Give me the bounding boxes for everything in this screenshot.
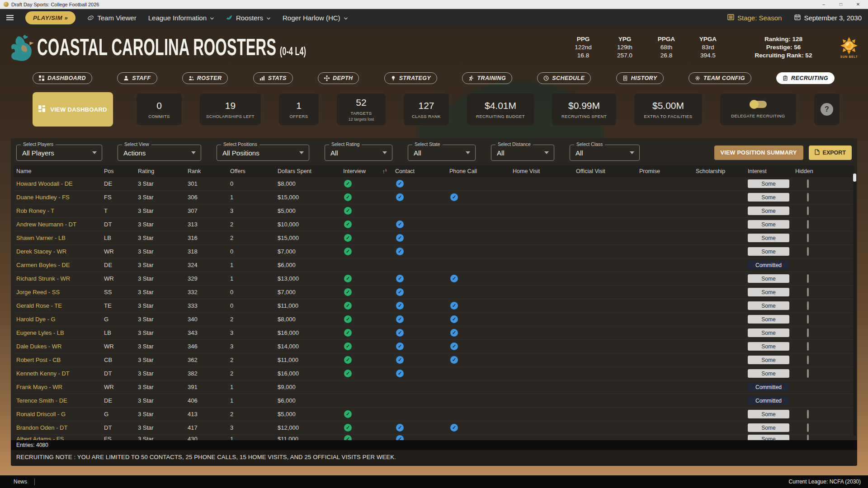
interview-check-icon[interactable]: ✓	[344, 410, 352, 418]
col-header-interview[interactable]: Interview↑1	[343, 168, 395, 175]
contact-check-icon[interactable]: ✓	[396, 343, 404, 350]
contact-check-icon[interactable]: ✓	[396, 234, 404, 242]
col-header-rank[interactable]: Rank	[188, 168, 230, 174]
tab-schedule[interactable]: SCHEDULE	[537, 72, 591, 84]
tab-training[interactable]: TRAINING	[462, 72, 512, 84]
menu-team-viewer[interactable]: Team Viewer	[87, 14, 136, 22]
scrollbar-thumb[interactable]	[853, 174, 856, 182]
contact-check-icon[interactable]: ✓	[396, 302, 404, 310]
recruit-name[interactable]: Ronald Driscoll - G	[16, 411, 104, 418]
phone-call-check-icon[interactable]: ✓	[450, 329, 458, 337]
menu-roosters[interactable]: Roosters	[226, 14, 271, 22]
interview-check-icon[interactable]: ✓	[344, 288, 352, 296]
col-header-hidden[interactable]: Hidden	[795, 168, 854, 174]
tab-staff[interactable]: STAFF	[117, 72, 157, 84]
hidden-checkbox[interactable]	[807, 288, 809, 296]
contact-check-icon[interactable]: ✓	[396, 356, 404, 364]
hidden-checkbox[interactable]	[807, 234, 809, 242]
contact-check-icon[interactable]: ✓	[396, 248, 404, 255]
recruit-name[interactable]: Gerald Rose - TE	[16, 302, 104, 309]
play-sim-button[interactable]: PLAY/SIM »	[25, 11, 75, 24]
interview-check-icon[interactable]: ✓	[344, 424, 352, 432]
hidden-checkbox[interactable]	[807, 315, 809, 324]
col-header-dollars-spent[interactable]: Dollars Spent	[278, 168, 343, 174]
phone-call-check-icon[interactable]: ✓	[450, 343, 458, 350]
interview-check-icon[interactable]: ✓	[344, 207, 352, 215]
maximize-button[interactable]: □	[838, 2, 844, 7]
hidden-checkbox[interactable]	[807, 301, 809, 310]
tab-stats[interactable]: STATS	[253, 72, 293, 84]
col-header-home-visit[interactable]: Home Visit	[513, 168, 576, 174]
view-dashboard-button[interactable]: VIEW DASHBOARD	[33, 92, 113, 127]
contact-check-icon[interactable]: ✓	[396, 370, 404, 377]
export-button[interactable]: EXPORT	[809, 145, 852, 160]
recruit-name[interactable]: Shawn Varner - LB	[16, 235, 104, 241]
recruit-name[interactable]: Richard Strunk - WR	[16, 275, 104, 282]
col-header-official-visit[interactable]: Official Visit	[576, 168, 639, 174]
hidden-checkbox[interactable]	[807, 356, 809, 364]
phone-call-check-icon[interactable]: ✓	[450, 302, 458, 310]
interview-check-icon[interactable]: ✓	[344, 234, 352, 242]
hidden-checkbox[interactable]	[807, 179, 809, 188]
recruit-name[interactable]: Eugene Lyles - LB	[16, 329, 104, 336]
minimize-button[interactable]: –	[821, 2, 826, 7]
phone-call-check-icon[interactable]: ✓	[450, 193, 458, 201]
tab-dashboard[interactable]: DASHBOARD	[33, 72, 92, 84]
contact-check-icon[interactable]: ✓	[396, 288, 404, 296]
filter-select-positions[interactable]: Select PositionsAll Positions	[217, 145, 309, 161]
hidden-checkbox[interactable]	[807, 435, 809, 440]
tab-history[interactable]: HISTORY	[616, 72, 664, 84]
interview-check-icon[interactable]: ✓	[344, 343, 352, 350]
contact-check-icon[interactable]: ✓	[396, 221, 404, 228]
filter-select-class[interactable]: Select ClassAll	[570, 145, 640, 161]
delegate-recruiting-toggle[interactable]	[750, 101, 767, 108]
contact-check-icon[interactable]: ✓	[396, 193, 404, 201]
interview-check-icon[interactable]: ✓	[344, 315, 352, 323]
close-button[interactable]: ✕	[855, 2, 861, 7]
interview-check-icon[interactable]: ✓	[344, 180, 352, 188]
hidden-checkbox[interactable]	[807, 410, 809, 418]
col-header-pos[interactable]: Pos	[104, 168, 138, 174]
phone-call-check-icon[interactable]: ✓	[450, 275, 458, 282]
interview-check-icon[interactable]: ✓	[344, 329, 352, 337]
menu-coach[interactable]: Roger Harlow (HC)	[283, 14, 348, 22]
recruit-name[interactable]: Albert Adams - FS	[16, 436, 104, 440]
filter-select-state[interactable]: Select StateAll	[408, 145, 476, 161]
tab-recruiting[interactable]: RECRUITING	[776, 72, 835, 84]
hidden-checkbox[interactable]	[807, 423, 809, 432]
recruit-name[interactable]: Harold Dye - G	[16, 316, 104, 323]
filter-select-view[interactable]: Select ViewActions	[118, 145, 201, 161]
recruit-name[interactable]: Carmen Boyles - DE	[16, 262, 104, 268]
tab-roster[interactable]: ROSTER	[182, 72, 228, 84]
menu-league-information[interactable]: League Information	[148, 14, 214, 22]
recruit-name[interactable]: Jorge Reed - SS	[16, 289, 104, 296]
contact-check-icon[interactable]: ✓	[396, 180, 404, 188]
filter-select-players[interactable]: Select PlayersAll Players	[16, 145, 102, 161]
col-header-interest[interactable]: Interest	[748, 168, 795, 174]
phone-call-check-icon[interactable]: ✓	[450, 424, 458, 432]
recruit-name[interactable]: Terence Smith - DE	[16, 397, 104, 404]
recruit-name[interactable]: Duane Hundley - FS	[16, 194, 104, 201]
col-header-contact[interactable]: Contact	[395, 168, 449, 174]
contact-check-icon[interactable]: ✓	[396, 315, 404, 323]
interview-check-icon[interactable]: ✓	[344, 275, 352, 282]
col-header-name[interactable]: Name	[16, 168, 104, 174]
interview-check-icon[interactable]: ✓	[344, 302, 352, 310]
recruit-name[interactable]: Brandon Oden - DT	[16, 424, 104, 431]
hidden-checkbox[interactable]	[807, 328, 809, 337]
filter-select-distance[interactable]: Select DistanceAll	[491, 145, 554, 161]
tab-depth[interactable]: DEPTH	[318, 72, 359, 84]
phone-call-check-icon[interactable]: ✓	[450, 356, 458, 364]
help-button[interactable]: ?	[821, 103, 833, 116]
col-header-scholarship[interactable]: Scholarship	[696, 168, 748, 174]
contact-check-icon[interactable]: ✓	[396, 424, 404, 432]
view-position-summary-button[interactable]: VIEW POSITION SUMMARY	[714, 145, 803, 160]
interview-check-icon[interactable]: ✓	[344, 221, 352, 228]
col-header-rating[interactable]: Rating	[138, 168, 188, 174]
tab-strategy[interactable]: STRATEGY	[384, 72, 437, 84]
filter-select-rating[interactable]: Select RatingAll	[325, 145, 392, 161]
hidden-checkbox[interactable]	[807, 220, 809, 229]
hidden-checkbox[interactable]	[807, 193, 809, 202]
interview-check-icon[interactable]: ✓	[344, 248, 352, 255]
interview-check-icon[interactable]: ✓	[344, 356, 352, 364]
